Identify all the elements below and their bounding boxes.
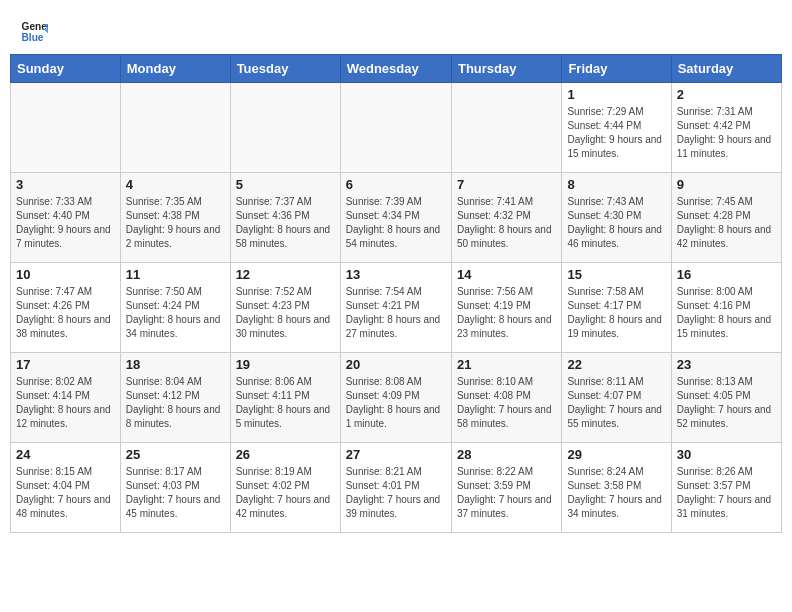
logo: General Blue xyxy=(20,18,52,46)
day-info: Sunrise: 7:52 AM Sunset: 4:23 PM Dayligh… xyxy=(236,285,335,341)
day-number: 28 xyxy=(457,447,556,462)
calendar-cell: 24Sunrise: 8:15 AM Sunset: 4:04 PM Dayli… xyxy=(11,443,121,533)
day-info: Sunrise: 7:29 AM Sunset: 4:44 PM Dayligh… xyxy=(567,105,665,161)
day-info: Sunrise: 7:41 AM Sunset: 4:32 PM Dayligh… xyxy=(457,195,556,251)
day-info: Sunrise: 8:19 AM Sunset: 4:02 PM Dayligh… xyxy=(236,465,335,521)
day-header-sunday: Sunday xyxy=(11,55,121,83)
calendar-table: SundayMondayTuesdayWednesdayThursdayFrid… xyxy=(10,54,782,533)
calendar-cell: 30Sunrise: 8:26 AM Sunset: 3:57 PM Dayli… xyxy=(671,443,781,533)
day-number: 8 xyxy=(567,177,665,192)
day-info: Sunrise: 7:39 AM Sunset: 4:34 PM Dayligh… xyxy=(346,195,446,251)
calendar-cell: 16Sunrise: 8:00 AM Sunset: 4:16 PM Dayli… xyxy=(671,263,781,353)
calendar-cell: 12Sunrise: 7:52 AM Sunset: 4:23 PM Dayli… xyxy=(230,263,340,353)
day-number: 20 xyxy=(346,357,446,372)
calendar-cell: 2Sunrise: 7:31 AM Sunset: 4:42 PM Daylig… xyxy=(671,83,781,173)
day-number: 15 xyxy=(567,267,665,282)
calendar-cell: 8Sunrise: 7:43 AM Sunset: 4:30 PM Daylig… xyxy=(562,173,671,263)
day-number: 6 xyxy=(346,177,446,192)
day-info: Sunrise: 7:37 AM Sunset: 4:36 PM Dayligh… xyxy=(236,195,335,251)
calendar-cell: 3Sunrise: 7:33 AM Sunset: 4:40 PM Daylig… xyxy=(11,173,121,263)
calendar-cell: 23Sunrise: 8:13 AM Sunset: 4:05 PM Dayli… xyxy=(671,353,781,443)
calendar-cell: 21Sunrise: 8:10 AM Sunset: 4:08 PM Dayli… xyxy=(451,353,561,443)
day-info: Sunrise: 8:24 AM Sunset: 3:58 PM Dayligh… xyxy=(567,465,665,521)
day-number: 7 xyxy=(457,177,556,192)
day-info: Sunrise: 7:54 AM Sunset: 4:21 PM Dayligh… xyxy=(346,285,446,341)
calendar-cell: 10Sunrise: 7:47 AM Sunset: 4:26 PM Dayli… xyxy=(11,263,121,353)
day-number: 1 xyxy=(567,87,665,102)
day-info: Sunrise: 7:45 AM Sunset: 4:28 PM Dayligh… xyxy=(677,195,776,251)
day-info: Sunrise: 8:17 AM Sunset: 4:03 PM Dayligh… xyxy=(126,465,225,521)
calendar-cell: 19Sunrise: 8:06 AM Sunset: 4:11 PM Dayli… xyxy=(230,353,340,443)
day-number: 14 xyxy=(457,267,556,282)
calendar-cell: 28Sunrise: 8:22 AM Sunset: 3:59 PM Dayli… xyxy=(451,443,561,533)
calendar-header-row: SundayMondayTuesdayWednesdayThursdayFrid… xyxy=(11,55,782,83)
calendar-week-3: 10Sunrise: 7:47 AM Sunset: 4:26 PM Dayli… xyxy=(11,263,782,353)
calendar-cell: 22Sunrise: 8:11 AM Sunset: 4:07 PM Dayli… xyxy=(562,353,671,443)
day-number: 4 xyxy=(126,177,225,192)
day-header-friday: Friday xyxy=(562,55,671,83)
calendar-cell: 13Sunrise: 7:54 AM Sunset: 4:21 PM Dayli… xyxy=(340,263,451,353)
calendar-cell: 25Sunrise: 8:17 AM Sunset: 4:03 PM Dayli… xyxy=(120,443,230,533)
calendar-cell: 17Sunrise: 8:02 AM Sunset: 4:14 PM Dayli… xyxy=(11,353,121,443)
day-number: 21 xyxy=(457,357,556,372)
day-info: Sunrise: 8:26 AM Sunset: 3:57 PM Dayligh… xyxy=(677,465,776,521)
day-number: 27 xyxy=(346,447,446,462)
day-number: 13 xyxy=(346,267,446,282)
day-number: 25 xyxy=(126,447,225,462)
day-header-saturday: Saturday xyxy=(671,55,781,83)
day-number: 2 xyxy=(677,87,776,102)
day-info: Sunrise: 7:56 AM Sunset: 4:19 PM Dayligh… xyxy=(457,285,556,341)
calendar-cell: 11Sunrise: 7:50 AM Sunset: 4:24 PM Dayli… xyxy=(120,263,230,353)
page-header: General Blue xyxy=(10,10,782,46)
calendar-week-5: 24Sunrise: 8:15 AM Sunset: 4:04 PM Dayli… xyxy=(11,443,782,533)
calendar-cell: 20Sunrise: 8:08 AM Sunset: 4:09 PM Dayli… xyxy=(340,353,451,443)
day-number: 19 xyxy=(236,357,335,372)
calendar-cell: 1Sunrise: 7:29 AM Sunset: 4:44 PM Daylig… xyxy=(562,83,671,173)
day-number: 29 xyxy=(567,447,665,462)
day-number: 5 xyxy=(236,177,335,192)
day-header-wednesday: Wednesday xyxy=(340,55,451,83)
day-number: 18 xyxy=(126,357,225,372)
day-number: 3 xyxy=(16,177,115,192)
calendar-cell: 6Sunrise: 7:39 AM Sunset: 4:34 PM Daylig… xyxy=(340,173,451,263)
calendar-cell: 15Sunrise: 7:58 AM Sunset: 4:17 PM Dayli… xyxy=(562,263,671,353)
day-number: 12 xyxy=(236,267,335,282)
day-info: Sunrise: 8:08 AM Sunset: 4:09 PM Dayligh… xyxy=(346,375,446,431)
day-info: Sunrise: 8:04 AM Sunset: 4:12 PM Dayligh… xyxy=(126,375,225,431)
day-info: Sunrise: 7:33 AM Sunset: 4:40 PM Dayligh… xyxy=(16,195,115,251)
day-info: Sunrise: 8:13 AM Sunset: 4:05 PM Dayligh… xyxy=(677,375,776,431)
day-number: 16 xyxy=(677,267,776,282)
calendar-cell xyxy=(11,83,121,173)
calendar-cell: 26Sunrise: 8:19 AM Sunset: 4:02 PM Dayli… xyxy=(230,443,340,533)
svg-text:Blue: Blue xyxy=(22,32,44,43)
calendar-cell: 9Sunrise: 7:45 AM Sunset: 4:28 PM Daylig… xyxy=(671,173,781,263)
day-number: 11 xyxy=(126,267,225,282)
calendar-cell: 18Sunrise: 8:04 AM Sunset: 4:12 PM Dayli… xyxy=(120,353,230,443)
day-info: Sunrise: 7:50 AM Sunset: 4:24 PM Dayligh… xyxy=(126,285,225,341)
day-info: Sunrise: 7:47 AM Sunset: 4:26 PM Dayligh… xyxy=(16,285,115,341)
day-info: Sunrise: 8:06 AM Sunset: 4:11 PM Dayligh… xyxy=(236,375,335,431)
day-info: Sunrise: 7:58 AM Sunset: 4:17 PM Dayligh… xyxy=(567,285,665,341)
calendar-week-4: 17Sunrise: 8:02 AM Sunset: 4:14 PM Dayli… xyxy=(11,353,782,443)
calendar-week-1: 1Sunrise: 7:29 AM Sunset: 4:44 PM Daylig… xyxy=(11,83,782,173)
day-number: 17 xyxy=(16,357,115,372)
calendar-cell: 27Sunrise: 8:21 AM Sunset: 4:01 PM Dayli… xyxy=(340,443,451,533)
day-header-thursday: Thursday xyxy=(451,55,561,83)
day-number: 26 xyxy=(236,447,335,462)
day-info: Sunrise: 8:11 AM Sunset: 4:07 PM Dayligh… xyxy=(567,375,665,431)
calendar-cell xyxy=(230,83,340,173)
day-number: 9 xyxy=(677,177,776,192)
day-info: Sunrise: 7:35 AM Sunset: 4:38 PM Dayligh… xyxy=(126,195,225,251)
day-info: Sunrise: 8:22 AM Sunset: 3:59 PM Dayligh… xyxy=(457,465,556,521)
day-info: Sunrise: 7:43 AM Sunset: 4:30 PM Dayligh… xyxy=(567,195,665,251)
calendar-cell xyxy=(340,83,451,173)
day-number: 10 xyxy=(16,267,115,282)
calendar-cell: 29Sunrise: 8:24 AM Sunset: 3:58 PM Dayli… xyxy=(562,443,671,533)
calendar-cell xyxy=(120,83,230,173)
day-header-tuesday: Tuesday xyxy=(230,55,340,83)
logo-icon: General Blue xyxy=(20,18,48,46)
svg-text:General: General xyxy=(22,21,48,32)
day-info: Sunrise: 8:00 AM Sunset: 4:16 PM Dayligh… xyxy=(677,285,776,341)
day-header-monday: Monday xyxy=(120,55,230,83)
calendar-cell: 14Sunrise: 7:56 AM Sunset: 4:19 PM Dayli… xyxy=(451,263,561,353)
